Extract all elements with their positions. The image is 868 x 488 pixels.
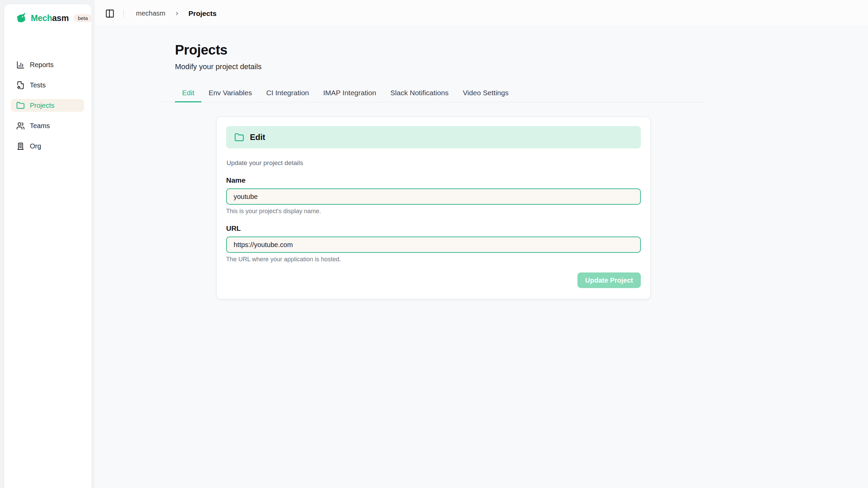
sidebar-item-label: Reports	[30, 61, 54, 69]
sidebar-item-reports[interactable]: Reports	[11, 58, 84, 71]
card-title: Edit	[250, 133, 265, 142]
tab-video-settings[interactable]: Video Settings	[456, 85, 516, 102]
bar-chart-icon	[16, 61, 25, 69]
url-field-group: URL The URL where your application is ho…	[226, 224, 641, 263]
page-title: Projects	[175, 42, 706, 58]
page-subtitle: Modify your project details	[175, 62, 706, 71]
page-content: Projects Modify your project details Edi…	[95, 27, 706, 299]
card-description: Update your project details	[226, 159, 641, 167]
file-gear-icon	[16, 81, 25, 89]
url-helper-text: The URL where your application is hosted…	[226, 256, 641, 263]
chevron-right-icon	[174, 11, 180, 16]
tab-edit[interactable]: Edit	[175, 85, 201, 102]
sidebar-item-tests[interactable]: Tests	[11, 79, 84, 92]
tab-slack-notifications[interactable]: Slack Notifications	[383, 85, 456, 102]
brand-name: Mechasm	[31, 13, 69, 23]
folder-icon	[16, 101, 25, 110]
sidebar-item-label: Org	[30, 142, 41, 150]
url-label: URL	[226, 224, 641, 232]
folder-icon	[234, 133, 244, 142]
tab-bar: Edit Env Variables CI Integration IMAP I…	[161, 85, 706, 102]
panel-left-icon	[105, 9, 115, 18]
card-actions: Update Project	[226, 272, 641, 288]
sidebar-item-label: Teams	[30, 122, 50, 130]
sidebar-toggle-button[interactable]	[105, 9, 115, 18]
url-input[interactable]	[226, 237, 641, 253]
name-field-group: Name This is your project's display name…	[226, 176, 641, 215]
update-project-button[interactable]: Update Project	[577, 272, 641, 288]
users-icon	[16, 122, 25, 130]
breadcrumb: mechasm Projects	[136, 9, 217, 18]
breadcrumb-root[interactable]: mechasm	[136, 9, 165, 17]
tab-ci-integration[interactable]: CI Integration	[259, 85, 316, 102]
name-input[interactable]	[226, 188, 641, 205]
name-label: Name	[226, 176, 641, 184]
sidebar-item-org[interactable]: Org	[11, 140, 84, 152]
sidebar-nav: Reports Tests Projects Teams Org	[4, 58, 92, 152]
card-header: Edit	[226, 126, 641, 148]
beta-badge: beta	[74, 14, 92, 22]
divider	[123, 10, 124, 17]
sidebar-item-projects[interactable]: Projects	[11, 99, 84, 112]
breadcrumb-current: Projects	[189, 9, 217, 18]
tab-imap-integration[interactable]: IMAP Integration	[316, 85, 383, 102]
name-helper-text: This is your project's display name.	[226, 208, 641, 215]
sidebar-item-label: Tests	[30, 81, 46, 89]
brand-logo[interactable]: Mechasm beta	[4, 4, 92, 24]
building-icon	[16, 142, 25, 150]
top-bar: mechasm Projects	[95, 0, 868, 27]
sidebar: Mechasm beta Reports Tests Projects	[4, 4, 92, 488]
edit-project-card: Edit Update your project details Name Th…	[216, 117, 651, 299]
main-area: mechasm Projects Projects Modify your pr…	[95, 0, 868, 488]
sidebar-item-teams[interactable]: Teams	[11, 119, 84, 132]
sidebar-item-label: Projects	[30, 102, 54, 109]
mascot-icon	[16, 12, 27, 24]
tab-env-variables[interactable]: Env Variables	[201, 85, 259, 102]
